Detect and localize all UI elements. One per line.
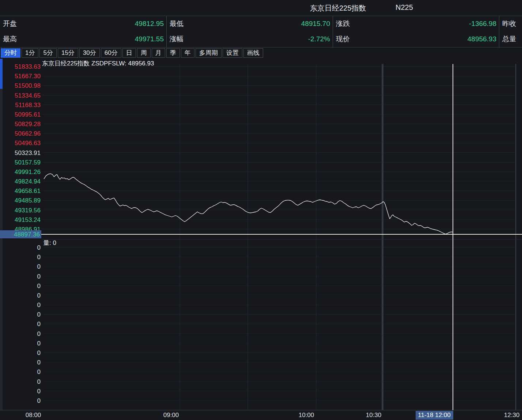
tab-period-10[interactable]: 年: [181, 48, 194, 58]
y-axis-label: 50323.91: [15, 150, 41, 156]
quote-stats-panel: 开盘 49812.95 最高 49971.55 最低 48915.70 涨幅 -…: [0, 16, 522, 48]
stat-change-pct-label: 涨幅: [170, 34, 184, 44]
y-axis-label: 50995.61: [15, 111, 41, 118]
y-axis-label: 51667.30: [15, 73, 41, 80]
tab-period-5[interactable]: 60分: [101, 48, 121, 58]
x-axis-label: 10:30: [366, 412, 382, 419]
stat-last-value: 48956.93: [468, 35, 496, 43]
y-axis-label: 51833.63: [15, 63, 41, 70]
instrument-name: 东京日经225指数: [310, 3, 366, 13]
y-axis-label: 50829.28: [15, 121, 41, 128]
stats-col-3: 涨跌 -1366.98 现价 48956.93: [333, 16, 499, 47]
header-bar: 东京日经225指数 N225: [0, 0, 522, 16]
y-axis-label: 50157.59: [15, 159, 41, 166]
stat-total-volume: 总量: [499, 31, 522, 47]
stat-last-label: 现价: [336, 34, 350, 44]
stat-last: 现价 48956.93: [333, 31, 499, 47]
chart-plot-area[interactable]: [42, 64, 516, 410]
stats-col-1: 开盘 49812.95 最高 49971.55: [0, 16, 167, 47]
stat-open-label: 开盘: [3, 19, 17, 29]
volume-zero-label: 0: [37, 283, 41, 290]
volume-zero-label: 0: [37, 292, 41, 299]
stat-prev-close: 昨收: [499, 16, 522, 31]
y-axis-label: 49319.56: [15, 207, 41, 214]
stat-change-pct-value: -2.72%: [308, 35, 330, 43]
volume-zero-label: 0: [37, 359, 41, 366]
stat-change-label: 涨跌: [336, 19, 350, 29]
x-axis-label: 10:00: [299, 412, 314, 419]
volume-zero-label: 0: [37, 311, 41, 318]
volume-zero-label: 0: [37, 330, 41, 337]
tab-period-7[interactable]: 周: [137, 48, 151, 58]
volume-zero-label: 0: [37, 263, 41, 270]
tab-period-3[interactable]: 15分: [58, 48, 78, 58]
stat-high-label: 最高: [3, 34, 17, 44]
volume-zero-label: 0: [37, 254, 41, 261]
session-break-band: [382, 64, 383, 410]
stat-open: 开盘 49812.95: [0, 16, 166, 31]
tab-period-11[interactable]: 多周期: [196, 48, 222, 58]
x-axis-label: 09:00: [163, 412, 179, 419]
chart-series-readout: 东京日经225指数 ZSDPFSLW: 48956.93: [42, 59, 154, 68]
tab-period-12[interactable]: 设置: [223, 48, 242, 58]
stat-low-value: 48915.70: [301, 20, 330, 28]
stock-app-window: 东京日经225指数 N225 开盘 49812.95 最高 49971.55 最…: [0, 0, 522, 420]
x-axis-label: 12:30: [504, 412, 520, 419]
volume-header: 量: 0: [43, 239, 56, 246]
y-axis-label: 49991.26: [15, 169, 41, 175]
stat-open-value: 49812.95: [135, 20, 164, 28]
stat-change-value: -1366.98: [469, 20, 496, 28]
volume-zero-label: 0: [37, 244, 41, 251]
stats-col-2: 最低 48915.70 涨幅 -2.72%: [167, 16, 333, 47]
chart-area: 51833.6351667.3051500.9851334.6551168.33…: [0, 58, 522, 420]
y-axis-label: 49153.24: [15, 216, 41, 223]
tab-period-9[interactable]: 季: [166, 48, 180, 58]
stat-change-pct: 涨幅 -2.72%: [167, 31, 333, 47]
y-axis-label: 50496.63: [15, 140, 41, 147]
left-scrollbar-thumb[interactable]: [0, 59, 3, 89]
tab-period-1[interactable]: 1分: [22, 48, 38, 58]
volume-zero-label: 0: [37, 340, 41, 347]
y-axis-label: 51334.65: [15, 92, 41, 99]
stat-total-volume-label: 总量: [502, 34, 516, 44]
tab-period-8[interactable]: 月: [152, 48, 165, 58]
volume-zero-label: 0: [37, 273, 41, 280]
stats-col-4: 昨收 总量: [499, 16, 522, 47]
x-axis-label: 08:00: [26, 412, 41, 419]
stat-low-label: 最低: [170, 19, 184, 29]
tab-period-4[interactable]: 30分: [79, 48, 100, 58]
volume-zero-label: 0: [37, 302, 41, 309]
crosshair-time-label: 11-18 12:00: [418, 412, 450, 419]
volume-zero-label: 0: [37, 378, 41, 385]
tab-period-6[interactable]: 日: [122, 48, 136, 58]
volume-zero-label: 0: [37, 388, 41, 395]
stat-high-value: 49971.55: [135, 35, 164, 43]
y-axis-label: 49485.89: [15, 197, 41, 204]
volume-zero-label: 0: [37, 397, 41, 404]
y-axis-label: 51500.98: [15, 82, 41, 89]
volume-zero-label: 0: [37, 368, 41, 375]
stat-prev-close-label: 昨收: [502, 19, 516, 29]
stat-low: 最低 48915.70: [167, 16, 333, 31]
volume-zero-label: 0: [37, 321, 41, 328]
tab-fenshi[interactable]: 分时: [1, 48, 20, 58]
crosshair-price-label: 48897.36: [14, 231, 40, 238]
volume-zero-label: 0: [37, 349, 41, 356]
tab-period-2[interactable]: 5分: [39, 48, 56, 58]
y-axis-label: 49658.61: [15, 188, 41, 194]
stat-high: 最高 49971.55: [0, 31, 166, 47]
instrument-symbol: N225: [396, 3, 413, 12]
stat-change: 涨跌 -1366.98: [333, 16, 499, 31]
period-tabbar: 分时1分5分15分30分60分日周月季年多周期设置画线: [0, 48, 522, 58]
y-axis-label: 51168.33: [15, 102, 41, 109]
tab-period-13[interactable]: 画线: [243, 48, 263, 58]
intraday-chart-svg: 51833.6351667.3051500.9851334.6551168.33…: [0, 58, 522, 420]
y-axis-label: 49824.94: [15, 178, 41, 185]
y-axis-label: 50662.96: [15, 130, 41, 137]
